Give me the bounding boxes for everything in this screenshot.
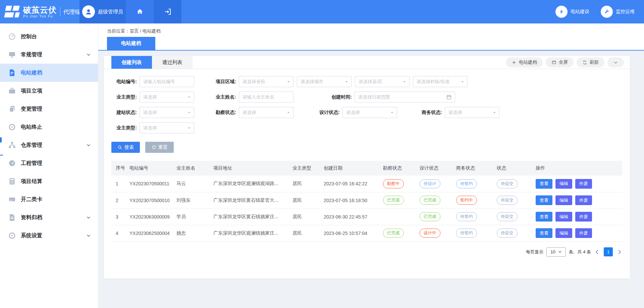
monitor-icon bbox=[8, 51, 16, 59]
logo-subtitle: Po Jian Yun Fu bbox=[23, 14, 57, 18]
edit-button[interactable]: 编辑 bbox=[555, 195, 572, 205]
view-button[interactable]: 查看 bbox=[536, 179, 552, 189]
table-row: 1YX2023070500011马云广东深圳龙华区观澜镇观湖路...居民2023… bbox=[111, 176, 623, 192]
project-region-3-select[interactable]: 请选择村镇/街道 bbox=[413, 76, 468, 87]
station-code-input[interactable] bbox=[140, 76, 194, 87]
cell-status: 待提交 bbox=[494, 208, 533, 225]
status-badge: 待签约 bbox=[456, 212, 477, 221]
sidebar-item-label: 项目结算 bbox=[21, 178, 91, 185]
edit-button[interactable]: 编辑 bbox=[555, 212, 572, 222]
sidebar-item-station-archive[interactable]: 电站建档 bbox=[0, 64, 98, 82]
page-tab[interactable]: 电站建档 bbox=[107, 37, 155, 50]
project-region-0-select[interactable]: 请选择省份 bbox=[239, 76, 293, 87]
filter-group-build-status: 建站状态: 请选择 bbox=[111, 107, 194, 118]
sidebar-item-label: 电站终止 bbox=[21, 124, 91, 131]
archive-icon bbox=[8, 213, 16, 222]
reset-button[interactable]: 重置 bbox=[145, 142, 174, 153]
header-nav-station-build[interactable]: 电站建设 bbox=[555, 6, 589, 18]
void-button[interactable]: 作废 bbox=[575, 179, 592, 189]
cell-created: 2023-06-30 22:45:57 bbox=[321, 208, 380, 225]
edit-button[interactable]: 编辑 bbox=[555, 179, 572, 189]
page-1-button[interactable]: 1 bbox=[604, 247, 613, 256]
table-row: 3YX2023063000009学员广东深圳龙华区黄石镇姚家庄...居民2023… bbox=[111, 208, 623, 225]
search-button[interactable]: 搜索 bbox=[111, 142, 140, 153]
home-button[interactable] bbox=[126, 0, 154, 23]
cell-no: 3 bbox=[111, 208, 127, 225]
sidebar-item-system-settings[interactable]: 系统设置 bbox=[0, 227, 98, 245]
void-button[interactable]: 作废 bbox=[575, 228, 592, 238]
build-status-select[interactable]: 请选择 bbox=[140, 107, 194, 118]
cell-type: 居民 bbox=[290, 192, 321, 208]
status-badge: 已完成 bbox=[420, 212, 440, 221]
breadcrumb-separator: / bbox=[139, 28, 143, 34]
sidebar-scroll-mark bbox=[0, 155, 3, 156]
filter-label: 设计状态: bbox=[314, 110, 340, 116]
header-nav-monitor-ops[interactable]: 监控运维 bbox=[601, 6, 635, 18]
cell-business: 待签约 bbox=[453, 208, 494, 225]
sidebar-item-second-card[interactable]: 开二类卡 bbox=[0, 190, 98, 208]
tab-passed-list[interactable]: 通过列表 bbox=[152, 56, 193, 69]
cell-owner: 学员 bbox=[174, 208, 211, 225]
owner-type-2-select[interactable]: 请选择 bbox=[140, 122, 194, 133]
card-tabs: 创建列表通过列表 bbox=[111, 56, 193, 69]
logo: 破茧云伏 Po Jian Yun Fu 代理端 bbox=[0, 0, 79, 23]
filter-row: 建站状态: 请选择 勘察状态: 请选择 设计状态: 请选择 商务状态: 请选择 bbox=[111, 107, 623, 118]
create-station-button[interactable]: 电站建档 bbox=[506, 57, 543, 67]
sidebar-item-console[interactable]: 控制台 bbox=[0, 27, 98, 46]
create-time-input[interactable]: 请选择日期范围 bbox=[355, 91, 455, 103]
status-badge: 待设计 bbox=[420, 179, 440, 188]
cell-code: YX2023070500011 bbox=[127, 176, 174, 192]
sidebar-scroll-mark bbox=[0, 137, 2, 142]
sidebar-item-station-termination[interactable]: 电站终止 bbox=[0, 118, 98, 136]
reset-icon bbox=[151, 145, 156, 150]
fullscreen-button[interactable]: 全屏 bbox=[546, 57, 574, 67]
filter-group-business-status: 商务状态: 请选择 bbox=[417, 107, 499, 118]
chevron-down-icon bbox=[558, 250, 562, 254]
logout-button[interactable] bbox=[154, 0, 181, 23]
sidebar-item-project-settlement[interactable]: 项目结算 bbox=[0, 172, 98, 190]
status-badge: 签约中 bbox=[456, 196, 477, 205]
pagination-unit: 条, bbox=[569, 249, 575, 255]
cell-address: 广东深圳龙华区黄石镇姚家庄... bbox=[211, 208, 290, 225]
sidebar-item-change-mgmt[interactable]: 变更管理 bbox=[0, 100, 98, 118]
refresh-button[interactable]: 刷新 bbox=[577, 57, 604, 67]
filter-group-owner-type-2: 业主类型: 请选择 bbox=[111, 122, 194, 133]
filter-group-create-time: 创建时间: 请选择日期范围 bbox=[326, 91, 455, 103]
design-status-select[interactable]: 请选择 bbox=[342, 107, 397, 118]
caret-down-icon bbox=[187, 126, 191, 130]
sidebar-item-general-mgmt[interactable]: 常规管理 bbox=[0, 46, 98, 64]
status-badge: 待提交 bbox=[497, 179, 518, 188]
user-menu[interactable]: 超级管理员 bbox=[79, 0, 126, 23]
next-page-button[interactable] bbox=[616, 249, 623, 255]
void-button[interactable]: 作废 bbox=[575, 195, 592, 205]
business-status-select[interactable]: 请选择 bbox=[445, 107, 499, 118]
logo-title: 破茧云伏 bbox=[23, 5, 57, 14]
filter-label: 电站编号: bbox=[111, 79, 137, 85]
breadcrumb-home[interactable]: 首页 bbox=[130, 28, 139, 34]
tab-create-list[interactable]: 创建列表 bbox=[111, 56, 152, 69]
survey-status-select[interactable]: 请选择 bbox=[239, 107, 293, 118]
logo-divider bbox=[60, 7, 60, 16]
view-button[interactable]: 查看 bbox=[536, 195, 552, 205]
owner-type-select[interactable]: 请选择 bbox=[140, 91, 194, 103]
project-region-2-select[interactable]: 请选择县/区 bbox=[355, 76, 410, 87]
view-button[interactable]: 查看 bbox=[536, 212, 552, 222]
cell-code: YX2023062500004 bbox=[127, 225, 174, 241]
collapse-button[interactable] bbox=[607, 57, 624, 67]
owner-name-input[interactable] bbox=[239, 91, 293, 103]
per-page-select[interactable]: 10 bbox=[546, 247, 566, 257]
sidebar-item-engineering-mgmt[interactable]: 工程管理 bbox=[0, 154, 98, 172]
caret-down-icon bbox=[187, 95, 191, 99]
sidebar-item-data-archive[interactable]: 资料归档 bbox=[0, 208, 98, 227]
prev-page-button[interactable] bbox=[594, 249, 600, 255]
dashboard-icon bbox=[8, 33, 16, 41]
project-region-1-select[interactable]: 请选择城市 bbox=[297, 76, 352, 87]
sidebar-item-warehouse-mgmt[interactable]: 仓库管理 bbox=[0, 136, 98, 154]
view-button[interactable]: 查看 bbox=[536, 228, 552, 238]
edit-button[interactable]: 编辑 bbox=[555, 228, 572, 238]
status-badge: 已完成 bbox=[383, 229, 404, 238]
home-icon bbox=[136, 8, 144, 16]
main-content: 当前位置：首页 / 电站建档 电站建档 创建列表通过列表 电站建档 全屏 刷新 … bbox=[98, 23, 644, 308]
void-button[interactable]: 作废 bbox=[575, 212, 592, 222]
sidebar-item-project-initiation[interactable]: 项目立项 bbox=[0, 82, 98, 100]
